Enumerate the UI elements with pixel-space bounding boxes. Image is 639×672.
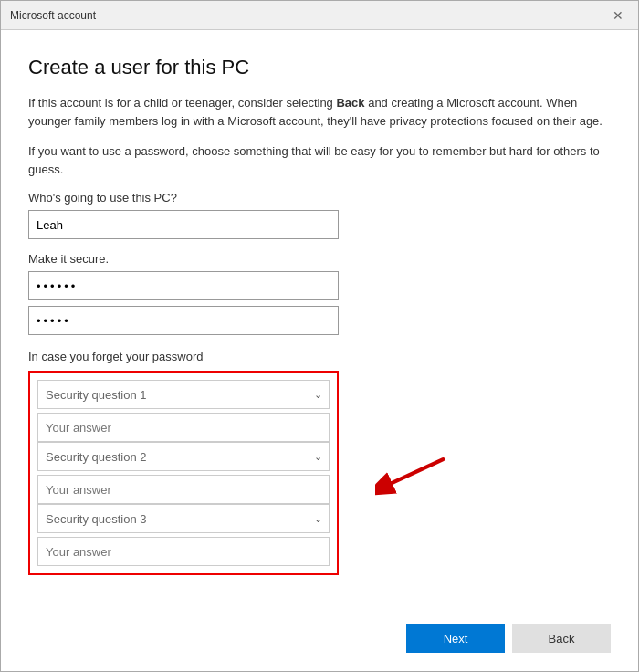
- description-paragraph-1: If this account is for a child or teenag…: [28, 94, 611, 130]
- back-button[interactable]: Back: [512, 624, 611, 653]
- close-button[interactable]: ✕: [607, 5, 629, 26]
- security-question-1-wrapper: Security question 1 ⌄: [37, 380, 330, 413]
- answer-1-input[interactable]: [37, 413, 330, 442]
- arrow-indicator: [375, 444, 448, 502]
- red-arrow-icon: [375, 444, 448, 499]
- desc1-text1: If this account is for a child or teenag…: [28, 96, 336, 110]
- svg-line-1: [393, 459, 444, 483]
- username-label: Who's going to use this PC?: [28, 191, 611, 205]
- security-questions-box: Security question 1 ⌄ Security question …: [28, 371, 339, 575]
- security-group-1: Security question 1 ⌄: [37, 380, 330, 442]
- password-label: Make it secure.: [28, 252, 611, 266]
- answer-3-input[interactable]: [37, 537, 330, 566]
- security-section: In case you forget your password Securit…: [28, 350, 611, 575]
- desc1-bold: Back: [336, 96, 364, 110]
- security-question-2-select[interactable]: Security question 2: [37, 442, 330, 471]
- security-question-1-select[interactable]: Security question 1: [37, 380, 330, 409]
- password-input[interactable]: [28, 271, 339, 300]
- description-paragraph-2: If you want to use a password, choose so…: [28, 142, 611, 178]
- security-label: In case you forget your password: [28, 350, 611, 363]
- security-group-2: Security question 2 ⌄: [37, 442, 330, 504]
- username-input[interactable]: [28, 210, 339, 239]
- page-title: Create a user for this PC: [28, 56, 611, 79]
- next-button[interactable]: Next: [406, 624, 505, 653]
- title-bar: Microsoft account ✕: [1, 1, 638, 30]
- content-area: Create a user for this PC If this accoun…: [1, 30, 638, 614]
- security-question-3-select[interactable]: Security question 3: [37, 504, 330, 533]
- password-confirm-input[interactable]: [28, 306, 339, 335]
- answer-2-input[interactable]: [37, 475, 330, 504]
- security-question-2-wrapper: Security question 2 ⌄: [37, 442, 330, 475]
- security-group-3: Security question 3 ⌄: [37, 504, 330, 566]
- window-title: Microsoft account: [10, 9, 96, 22]
- main-window: Microsoft account ✕ Create a user for th…: [0, 0, 639, 672]
- footer-area: Next Back: [1, 614, 638, 671]
- close-icon: ✕: [613, 8, 623, 23]
- security-question-3-wrapper: Security question 3 ⌄: [37, 504, 330, 537]
